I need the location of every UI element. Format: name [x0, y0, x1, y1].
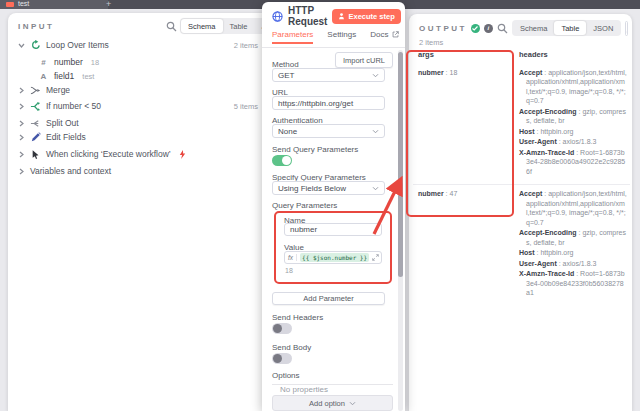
- url-input[interactable]: https://httpbin.org/get: [272, 96, 385, 110]
- chevron-right-icon[interactable]: [18, 134, 25, 141]
- header-key: User-Agent: [519, 138, 557, 145]
- execute-step-button[interactable]: Execute step: [332, 9, 400, 24]
- docs-label: Docs: [370, 30, 388, 39]
- success-check-icon: [471, 24, 480, 33]
- workflow-tab[interactable]: test: [0, 0, 108, 9]
- output-tab-json[interactable]: JSON: [586, 21, 620, 35]
- header-key: Accept: [519, 69, 542, 76]
- field-value: 18: [91, 58, 99, 67]
- options-empty-text: No properties: [280, 385, 328, 394]
- output-tab-table[interactable]: Table: [554, 21, 586, 35]
- authentication-select[interactable]: None: [272, 124, 385, 138]
- param-value-expression-input[interactable]: fx {{ $json.number }}: [284, 251, 382, 264]
- schema-field-field1[interactable]: A field1 test: [38, 69, 258, 83]
- header-value: axios/1.8.3: [563, 138, 597, 145]
- input-node-if[interactable]: If number < 50 5 items: [18, 99, 258, 113]
- tab-parameters[interactable]: Parameters: [272, 30, 313, 44]
- chevron-right-icon[interactable]: [18, 87, 25, 94]
- tab-docs[interactable]: Docs: [370, 30, 398, 39]
- input-node-variables[interactable]: Variables and context: [18, 164, 258, 178]
- args-key: nubmer: [418, 69, 444, 76]
- input-tab-schema[interactable]: Schema: [181, 19, 223, 33]
- items-count-badge: 2 items: [234, 41, 258, 50]
- output-actions: [625, 21, 628, 36]
- chevron-right-icon[interactable]: [18, 120, 25, 127]
- input-search-icon[interactable]: [166, 21, 177, 32]
- info-icon[interactable]: i: [484, 24, 493, 33]
- send-headers-label: Send Headers: [272, 313, 323, 322]
- add-parameter-button[interactable]: Add Parameter: [272, 292, 385, 305]
- param-name-input[interactable]: nubmer: [284, 223, 382, 236]
- authentication-value: None: [278, 127, 297, 136]
- string-type-icon: A: [38, 71, 49, 82]
- chevron-right-icon[interactable]: [18, 168, 25, 175]
- header-key: Accept: [519, 190, 542, 197]
- if-node-icon: [30, 101, 41, 112]
- header-value: httpbin.org: [540, 128, 573, 135]
- output-tab-schema[interactable]: Schema: [513, 21, 555, 35]
- chevron-down-icon[interactable]: [18, 42, 25, 49]
- options-label: Options: [272, 371, 393, 385]
- input-node-merge[interactable]: Merge: [18, 83, 258, 97]
- person-icon: [338, 12, 345, 20]
- table-row[interactable]: nubmer : 47 Accept : application/json,te…: [413, 184, 630, 306]
- header-key: Accept-Encoding: [519, 229, 577, 236]
- chevron-down-icon: [372, 129, 379, 134]
- output-table: args headers nubmer : 18 Accept : applic…: [413, 48, 630, 411]
- input-node-manual-trigger[interactable]: When clicking ‘Execute workflow’: [18, 147, 258, 161]
- column-header-headers[interactable]: headers: [513, 50, 630, 60]
- import-curl-button[interactable]: Import cURL: [335, 52, 393, 68]
- send-query-parameters-label: Send Query Parameters: [272, 145, 358, 154]
- input-node-edit-fields[interactable]: Edit Fields: [18, 130, 258, 144]
- input-panel: INPUT Schema Table JSON Loop Over Items …: [8, 13, 262, 411]
- field-name: number: [54, 57, 83, 67]
- field-name: field1: [54, 71, 74, 81]
- chevron-down-icon: [372, 73, 379, 78]
- chevron-right-icon[interactable]: [18, 103, 25, 110]
- edit-fields-node-icon: [30, 132, 41, 143]
- tab-settings[interactable]: Settings: [327, 30, 356, 39]
- n8n-logo-icon: [6, 2, 14, 7]
- table-row[interactable]: nubmer : 18 Accept : application/json,te…: [413, 64, 630, 185]
- column-header-args[interactable]: args: [413, 50, 513, 60]
- output-search-icon[interactable]: [497, 23, 508, 34]
- add-option-button[interactable]: Add option: [272, 395, 393, 411]
- items-count-badge: 5 items: [234, 102, 258, 111]
- field-value: test: [82, 72, 94, 81]
- bolt-icon: [177, 149, 188, 160]
- number-type-icon: #: [38, 57, 49, 68]
- edit-output-icon[interactable]: [626, 22, 628, 35]
- output-view-tabs: Schema Table JSON: [512, 20, 621, 36]
- loop-node-icon: [30, 40, 41, 51]
- chevron-right-icon[interactable]: [18, 151, 25, 158]
- url-value: https://httpbin.org/get: [278, 99, 353, 108]
- specify-query-parameters-select[interactable]: Using Fields Below: [272, 181, 385, 195]
- output-panel-title: OUTPUT: [419, 24, 467, 33]
- chevron-down-icon: [372, 186, 379, 191]
- expand-expression-icon[interactable]: [372, 254, 379, 261]
- modal-scrollbar-thumb[interactable]: [398, 52, 403, 277]
- execute-step-label: Execute step: [348, 12, 394, 21]
- http-request-node-panel: HTTP Request Execute step Parameters Set…: [262, 2, 405, 411]
- chevron-down-icon: [349, 401, 356, 406]
- output-panel: OUTPUT i Schema Table JSON 2: [409, 14, 632, 411]
- input-node-split-out[interactable]: Split Out: [18, 116, 258, 130]
- send-query-parameters-toggle[interactable]: [272, 155, 292, 166]
- header-key: Host: [519, 249, 535, 256]
- node-label: Loop Over Items: [46, 40, 109, 50]
- header-key: User-Agent: [519, 260, 557, 267]
- new-tab-button[interactable]: +: [106, 0, 111, 9]
- schema-field-number[interactable]: # number 18: [38, 55, 258, 69]
- input-tab-table[interactable]: Table: [223, 19, 255, 33]
- expression-preview-value: 18: [285, 267, 293, 274]
- input-node-loop-over-items[interactable]: Loop Over Items 2 items: [18, 38, 258, 52]
- send-body-toggle[interactable]: [272, 353, 292, 364]
- header-value: httpbin.org: [540, 249, 573, 256]
- method-select[interactable]: GET: [272, 68, 385, 82]
- send-headers-toggle[interactable]: [272, 323, 292, 334]
- method-value: GET: [278, 71, 294, 80]
- node-label: Split Out: [46, 118, 79, 128]
- fx-icon: fx: [288, 254, 297, 261]
- http-request-node-icon: [272, 11, 283, 22]
- node-label: Edit Fields: [46, 132, 86, 142]
